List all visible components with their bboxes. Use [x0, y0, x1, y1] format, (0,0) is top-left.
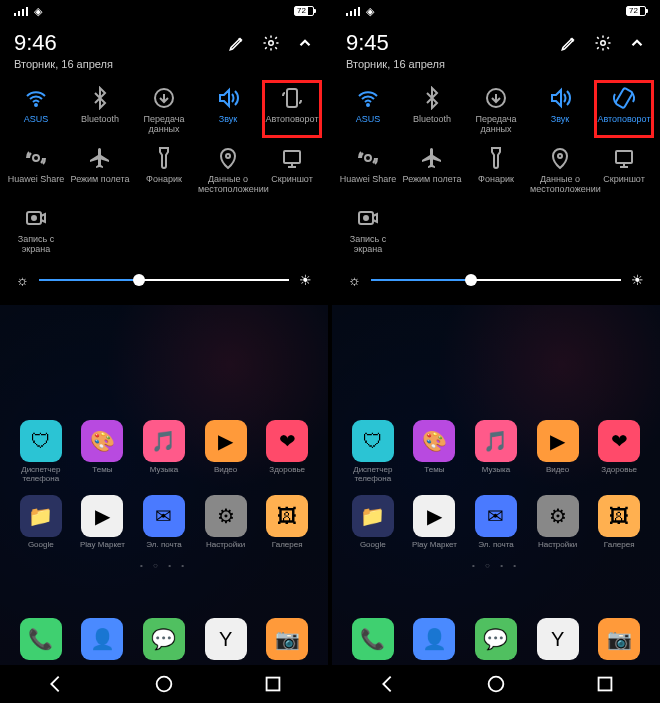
app-label: Темы: [406, 465, 462, 474]
slider-thumb[interactable]: [133, 274, 145, 286]
edit-icon[interactable]: [228, 34, 246, 52]
dock-app[interactable]: 👤: [406, 618, 462, 663]
app-label: Музыка: [468, 465, 524, 474]
page-indicator: • ○ • •: [342, 561, 650, 570]
nav-home[interactable]: [153, 673, 175, 695]
dock-app[interactable]: 👤: [74, 618, 130, 663]
qs-tile-share[interactable]: Huawei Share: [336, 140, 400, 200]
brightness-high-icon: ☀: [299, 272, 312, 288]
app-Галерея[interactable]: 🖼 Галерея: [259, 495, 315, 549]
qs-tile-rotate-off[interactable]: Автоповорот: [260, 80, 324, 140]
app-Музыка[interactable]: 🎵 Музыка: [136, 420, 192, 483]
dock-icon: Y: [205, 618, 247, 660]
dock-app[interactable]: 📞: [345, 618, 401, 663]
qs-tile-torch[interactable]: Фонарик: [464, 140, 528, 200]
app-Диспетчер телефона[interactable]: 🛡 Диспетчер телефона: [13, 420, 69, 483]
brightness-slider[interactable]: ☼ ☀: [332, 260, 660, 298]
slider-thumb[interactable]: [465, 274, 477, 286]
qs-tile-label: Звук: [198, 114, 258, 124]
qs-tile-loc[interactable]: Данные о местоположении: [528, 140, 592, 200]
qs-tile-wifi[interactable]: ASUS: [4, 80, 68, 140]
app-Play Маркет[interactable]: ▶ Play Маркет: [74, 495, 130, 549]
nav-back[interactable]: [376, 673, 398, 695]
qs-tile-sound[interactable]: Звук: [196, 80, 260, 140]
settings-icon[interactable]: [262, 34, 280, 52]
bt-icon: [402, 86, 462, 110]
collapse-icon[interactable]: [296, 34, 314, 52]
app-Google[interactable]: 📁 Google: [13, 495, 69, 549]
app-Здоровье[interactable]: ❤ Здоровье: [259, 420, 315, 483]
dock-app[interactable]: Y: [530, 618, 586, 663]
svg-point-19: [364, 216, 368, 220]
settings-icon[interactable]: [594, 34, 612, 52]
qs-tile-torch[interactable]: Фонарик: [132, 140, 196, 200]
dock-app[interactable]: 📷: [591, 618, 647, 663]
dock-app[interactable]: 📞: [13, 618, 69, 663]
app-icon: 📁: [352, 495, 394, 537]
app-Google[interactable]: 📁 Google: [345, 495, 401, 549]
app-icon: 🎨: [81, 420, 123, 462]
app-Настройки[interactable]: ⚙ Настройки: [198, 495, 254, 549]
nav-recent[interactable]: [262, 673, 284, 695]
svg-point-15: [365, 155, 371, 161]
nav-recent[interactable]: [594, 673, 616, 695]
brightness-slider[interactable]: ☼ ☀: [0, 260, 328, 298]
sound-icon: [198, 86, 258, 110]
edit-icon[interactable]: [560, 34, 578, 52]
app-label: Эл. почта: [136, 540, 192, 549]
app-Галерея[interactable]: 🖼 Галерея: [591, 495, 647, 549]
app-label: Play Маркет: [74, 540, 130, 549]
app-Play Маркет[interactable]: ▶ Play Маркет: [406, 495, 462, 549]
qs-tile-plane[interactable]: Режим полета: [400, 140, 464, 200]
app-label: Play Маркет: [406, 540, 462, 549]
dock-icon: 💬: [143, 618, 185, 660]
app-Эл. почта[interactable]: ✉ Эл. почта: [468, 495, 524, 549]
battery-icon: 72: [294, 6, 314, 16]
dock-app[interactable]: 💬: [468, 618, 524, 663]
app-Музыка[interactable]: 🎵 Музыка: [468, 420, 524, 483]
app-icon: 🎵: [475, 420, 517, 462]
nav-back[interactable]: [44, 673, 66, 695]
qs-tile-shot[interactable]: Скриншот: [260, 140, 324, 200]
app-Эл. почта[interactable]: ✉ Эл. почта: [136, 495, 192, 549]
qs-tile-sound[interactable]: Звук: [528, 80, 592, 140]
dock-app[interactable]: 💬: [136, 618, 192, 663]
slider-track[interactable]: [39, 279, 289, 281]
dock-app[interactable]: 📷: [259, 618, 315, 663]
qs-tile-wifi[interactable]: ASUS: [336, 80, 400, 140]
qs-tile-bt[interactable]: Bluetooth: [68, 80, 132, 140]
qs-header: 9:46 Вторник, 16 апреля: [0, 22, 328, 74]
dock-app[interactable]: Y: [198, 618, 254, 663]
qs-tile-shot[interactable]: Скриншот: [592, 140, 656, 200]
nav-home[interactable]: [485, 673, 507, 695]
app-Видео[interactable]: ▶ Видео: [530, 420, 586, 483]
svg-rect-3: [287, 89, 297, 107]
qs-tile-share[interactable]: Huawei Share: [4, 140, 68, 200]
dock-icon: 👤: [81, 618, 123, 660]
qs-tile-plane[interactable]: Режим полета: [68, 140, 132, 200]
app-Настройки[interactable]: ⚙ Настройки: [530, 495, 586, 549]
app-Диспетчер телефона[interactable]: 🛡 Диспетчер телефона: [345, 420, 401, 483]
app-Темы[interactable]: 🎨 Темы: [74, 420, 130, 483]
qs-tile-loc[interactable]: Данные о местоположении: [196, 140, 260, 200]
app-icon: ✉: [475, 495, 517, 537]
battery-text: 72: [297, 7, 306, 15]
app-label: Видео: [198, 465, 254, 474]
qs-tile-data[interactable]: Передача данных: [132, 80, 196, 140]
app-Темы[interactable]: 🎨 Темы: [406, 420, 462, 483]
qs-tile-rec[interactable]: Запись с экрана: [4, 200, 68, 260]
qs-tile-rec[interactable]: Запись с экрана: [336, 200, 400, 260]
collapse-icon[interactable]: [628, 34, 646, 52]
share-icon: [6, 146, 66, 170]
app-icon: ▶: [413, 495, 455, 537]
app-Здоровье[interactable]: ❤ Здоровье: [591, 420, 647, 483]
qs-tile-bt[interactable]: Bluetooth: [400, 80, 464, 140]
svg-point-9: [157, 677, 172, 692]
qs-tile-data[interactable]: Передача данных: [464, 80, 528, 140]
qs-tile-rotate-on[interactable]: Автоповорот: [592, 80, 656, 140]
home-apps: 🛡 Диспетчер телефона 🎨 Темы 🎵 Музыка: [0, 420, 328, 574]
app-Видео[interactable]: ▶ Видео: [198, 420, 254, 483]
rotate-on-icon: [594, 86, 654, 110]
slider-track[interactable]: [371, 279, 621, 281]
app-label: Темы: [74, 465, 130, 474]
